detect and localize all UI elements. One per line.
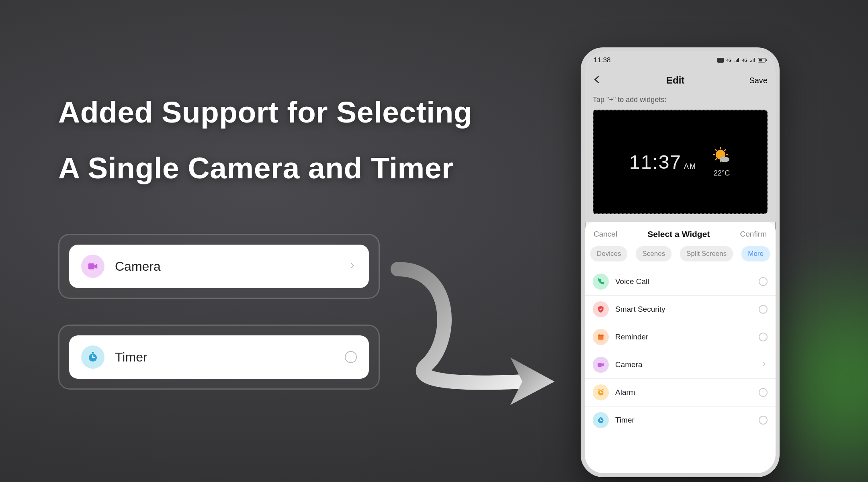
radio-unselected[interactable] [759, 333, 768, 341]
page-title: Edit [666, 75, 684, 86]
svg-rect-21 [598, 363, 602, 367]
list-item-label: Timer [615, 416, 759, 425]
feature-card-camera[interactable]: Camera [58, 234, 380, 299]
widget-selector-sheet: Cancel Select a Widget Confirm Devices S… [585, 222, 776, 477]
feature-card-label: Timer [115, 350, 345, 365]
list-item[interactable]: Camera [585, 351, 776, 379]
tab-scenes[interactable]: Scenes [636, 246, 671, 261]
svg-rect-3 [717, 58, 724, 63]
list-item-label: Voice Call [615, 277, 759, 286]
clock-widget: 11:37AM [629, 151, 696, 173]
chevron-right-icon [348, 261, 357, 272]
status-time: 11:38 [594, 56, 611, 64]
list-item[interactable]: Smart Security [585, 296, 776, 323]
cancel-button[interactable]: Cancel [594, 230, 617, 239]
timer-icon [593, 412, 609, 428]
svg-rect-20 [602, 334, 603, 335]
tab-devices[interactable]: Devices [590, 246, 627, 261]
list-item[interactable]: Timer [585, 406, 776, 434]
svg-rect-2 [92, 352, 94, 354]
list-item-label: Camera [615, 360, 761, 369]
headline-line-2: A Single Camera and Timer [58, 140, 472, 196]
radio-unselected[interactable] [759, 305, 768, 314]
hint-text: Tap "+" to add widgets: [585, 92, 776, 110]
list-item-label: Alarm [615, 388, 759, 397]
svg-rect-24 [600, 417, 601, 418]
camera-icon [593, 357, 609, 373]
clock-time: 11:37 [629, 151, 682, 173]
svg-rect-19 [599, 334, 600, 335]
sheet-title: Select a Widget [647, 229, 710, 239]
svg-line-12 [715, 149, 717, 151]
feature-card-timer[interactable]: Timer [58, 325, 380, 390]
list-item-label: Reminder [615, 333, 759, 341]
list-item[interactable]: Voice Call [585, 268, 776, 296]
save-button[interactable]: Save [749, 76, 768, 85]
list-item[interactable]: Alarm [585, 379, 776, 406]
feature-card-label: Camera [115, 259, 348, 274]
timer-icon [81, 345, 104, 369]
clock-ampm: AM [684, 162, 696, 170]
phone-icon [593, 274, 609, 290]
temperature: 22°C [712, 169, 731, 178]
svg-rect-5 [759, 59, 762, 61]
headline: Added Support for Selecting A Single Cam… [58, 84, 472, 196]
phone-mockup: 11:38 4G 4G Edit Save Tap "+" to add wid… [581, 47, 780, 477]
widget-preview[interactable]: 11:37AM 22°C [593, 110, 768, 214]
back-button[interactable] [593, 74, 602, 87]
alarm-icon [593, 384, 609, 400]
svg-point-16 [720, 157, 729, 162]
widget-list: Voice Call Smart Security Reminder Camer… [585, 268, 776, 477]
svg-line-14 [715, 159, 717, 160]
radio-unselected[interactable] [345, 351, 357, 363]
arrow-graphic [390, 261, 563, 406]
headline-line-1: Added Support for Selecting [58, 84, 472, 140]
status-icons: 4G 4G [717, 58, 767, 63]
radio-unselected[interactable] [759, 416, 768, 425]
list-item-label: Smart Security [615, 305, 759, 314]
camera-icon [81, 255, 104, 278]
confirm-button[interactable]: Confirm [740, 230, 767, 239]
tab-more[interactable]: More [741, 246, 770, 261]
chevron-right-icon [761, 361, 768, 369]
calendar-icon [593, 329, 609, 345]
navbar: Edit Save [585, 69, 776, 92]
radio-unselected[interactable] [759, 388, 768, 397]
svg-rect-18 [598, 335, 603, 336]
shield-icon [593, 301, 609, 317]
tab-split-screens[interactable]: Split Screens [680, 246, 733, 261]
radio-unselected[interactable] [759, 277, 768, 286]
list-item[interactable]: Reminder [585, 323, 776, 351]
svg-rect-6 [766, 59, 767, 61]
sun-icon [712, 147, 731, 165]
svg-line-15 [725, 149, 726, 151]
status-bar: 11:38 4G 4G [585, 51, 776, 69]
svg-rect-0 [88, 263, 94, 270]
weather-widget: 22°C [712, 147, 731, 178]
